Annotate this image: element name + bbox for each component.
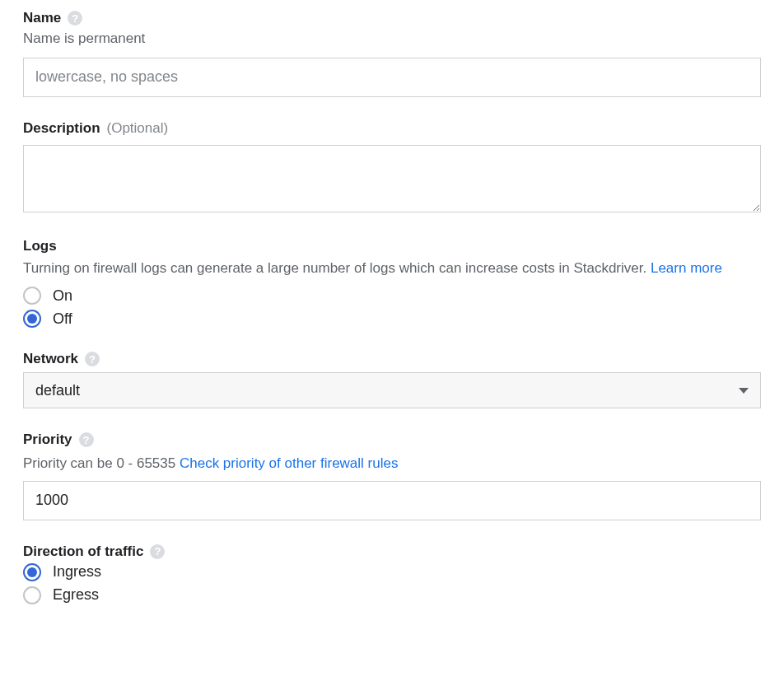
help-icon[interactable]: ? <box>79 432 94 447</box>
priority-help-text: Priority can be 0 - 65535 Check priority… <box>23 453 761 474</box>
help-icon[interactable]: ? <box>85 352 100 366</box>
logs-on-label: On <box>53 287 72 305</box>
direction-radio-ingress[interactable]: Ingress <box>23 563 761 581</box>
priority-help-prefix: Priority can be 0 - 65535 <box>23 455 175 471</box>
description-label: Description <box>23 120 100 137</box>
name-help-text: Name is permanent <box>23 28 761 49</box>
network-label-row: Network ? <box>23 351 761 367</box>
description-label-row: Description (Optional) <box>23 120 761 137</box>
logs-learn-more-link[interactable]: Learn more <box>651 260 722 276</box>
logs-section: Logs Turning on firewall logs can genera… <box>23 238 761 329</box>
direction-ingress-label: Ingress <box>53 563 101 581</box>
priority-section: Priority ? Priority can be 0 - 65535 Che… <box>23 431 761 520</box>
priority-label: Priority <box>23 431 72 448</box>
network-value: default <box>35 382 80 399</box>
network-section: Network ? default <box>23 351 761 408</box>
logs-radio-on[interactable]: On <box>23 287 761 305</box>
radio-icon <box>23 310 41 328</box>
direction-label: Direction of traffic <box>23 543 143 560</box>
radio-icon <box>23 563 41 581</box>
priority-input[interactable] <box>23 481 761 520</box>
name-section: Name ? Name is permanent <box>23 10 761 97</box>
help-icon[interactable]: ? <box>150 544 165 559</box>
help-icon[interactable]: ? <box>68 11 82 26</box>
direction-radio-group: Ingress Egress <box>23 563 761 604</box>
priority-check-link[interactable]: Check priority of other firewall rules <box>180 455 398 471</box>
direction-label-row: Direction of traffic ? <box>23 543 761 560</box>
logs-label-row: Logs <box>23 238 761 254</box>
name-label: Name <box>23 10 61 26</box>
description-optional: (Optional) <box>107 120 169 137</box>
name-label-row: Name ? <box>23 10 761 26</box>
priority-label-row: Priority ? <box>23 431 761 448</box>
name-input[interactable] <box>23 58 761 97</box>
network-label: Network <box>23 351 78 367</box>
description-section: Description (Optional) <box>23 120 761 215</box>
radio-icon <box>23 287 41 305</box>
network-select[interactable]: default <box>23 372 761 408</box>
logs-radio-off[interactable]: Off <box>23 310 761 328</box>
logs-off-label: Off <box>53 310 72 328</box>
chevron-down-icon <box>739 388 749 394</box>
logs-radio-group: On Off <box>23 287 761 328</box>
logs-help-text: Turning on firewall logs can generate a … <box>23 258 761 279</box>
logs-help-span: Turning on firewall logs can generate a … <box>23 260 651 276</box>
direction-section: Direction of traffic ? Ingress Egress <box>23 543 761 604</box>
description-input[interactable] <box>23 145 761 212</box>
logs-label: Logs <box>23 238 57 254</box>
radio-icon <box>23 586 41 604</box>
direction-egress-label: Egress <box>53 586 99 604</box>
direction-radio-egress[interactable]: Egress <box>23 586 761 604</box>
